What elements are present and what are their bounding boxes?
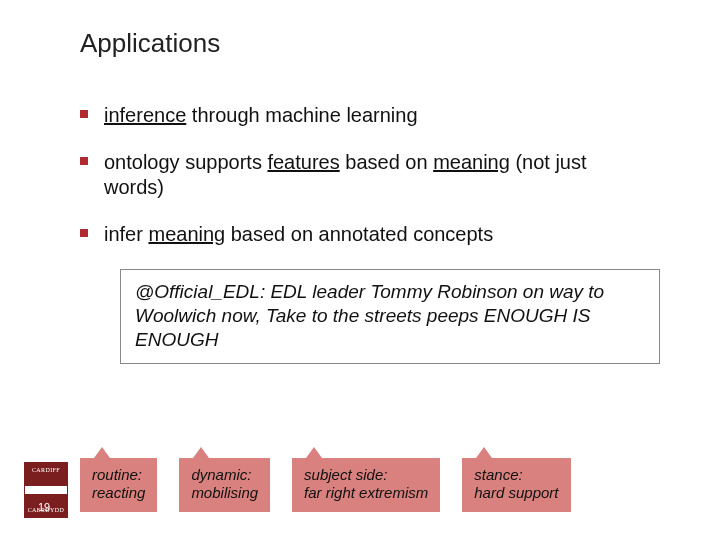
bullet-list: inference through machine learning ontol… [80,103,650,247]
tag-dynamic: dynamic: mobilising [179,458,270,512]
tweet-callout: @Official_EDL: EDL leader Tommy Robinson… [120,269,660,364]
tag-val: reacting [92,484,145,502]
text: based on [340,151,433,173]
bullet-item: inference through machine learning [80,103,650,128]
tag-key: stance: [474,466,558,484]
text: based on annotated concepts [225,223,493,245]
underline: meaning [148,223,225,245]
page-number: 19 [38,501,50,513]
bullet-item: ontology supports features based on mean… [80,150,650,200]
tag-key: subject side: [304,466,428,484]
bullet-item: infer meaning based on annotated concept… [80,222,650,247]
text: infer [104,223,148,245]
underline: features [267,151,339,173]
logo-text-top: CARDIFF [25,467,67,473]
tag-val: hard support [474,484,558,502]
slide-title: Applications [80,28,650,59]
tag-key: routine: [92,466,145,484]
tag-key: dynamic: [191,466,258,484]
text: through machine learning [186,104,417,126]
tag-val: far right extremism [304,484,428,502]
tag-subject-side: subject side: far right extremism [292,458,440,512]
underline: meaning [433,151,510,173]
tag-routine: routine: reacting [80,458,157,512]
tag-stance: stance: hard support [462,458,570,512]
underline: inference [104,104,186,126]
slide: Applications inference through machine l… [0,0,720,540]
tag-val: mobilising [191,484,258,502]
tag-row: routine: reacting dynamic: mobilising su… [80,458,680,512]
text: ontology supports [104,151,267,173]
